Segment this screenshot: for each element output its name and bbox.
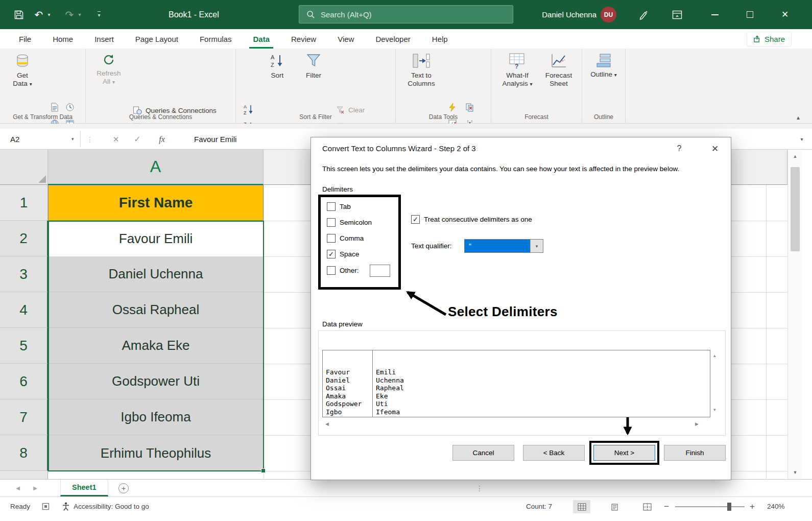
next-button[interactable]: Next > xyxy=(593,445,655,461)
formula-bar-drag-handle[interactable]: ⋮ xyxy=(86,129,94,150)
macro-record-icon[interactable] xyxy=(42,497,50,516)
flash-fill-icon[interactable] xyxy=(447,102,458,113)
scroll-up-icon[interactable]: ▲ xyxy=(788,150,802,163)
undo-menu-chevron-icon[interactable]: ▾ xyxy=(46,0,52,29)
zoom-slider-thumb[interactable] xyxy=(727,503,731,511)
undo-icon[interactable]: ↶ xyxy=(33,0,45,29)
dialog-help-icon[interactable]: ? xyxy=(672,141,687,156)
share-button[interactable]: Share xyxy=(747,32,792,46)
quick-access-toolbar-chevron-icon[interactable]: ▾ xyxy=(95,0,103,29)
normal-view-icon[interactable] xyxy=(573,500,590,513)
back-button[interactable]: < Back xyxy=(523,445,585,461)
collapse-ribbon-chevron-icon[interactable]: ▴ xyxy=(797,114,800,121)
tab-review[interactable]: Review xyxy=(280,29,327,49)
ribbon-display-options-icon[interactable] xyxy=(668,0,686,29)
row-header-4[interactable]: 4 xyxy=(0,292,48,328)
combobox-chevron-icon[interactable]: ▾ xyxy=(530,240,543,252)
outline-button[interactable]: Outline ▾ xyxy=(587,53,620,79)
cell-a3[interactable]: Daniel Uchenna xyxy=(48,256,264,292)
other-delimiter-input[interactable] xyxy=(370,265,390,277)
vertical-scrollbar[interactable]: ▲ ▼ xyxy=(787,150,802,479)
zoom-out-icon[interactable]: − xyxy=(664,497,669,516)
preview-scroll-left-icon[interactable]: ◀ xyxy=(325,421,329,427)
tab-help[interactable]: Help xyxy=(421,29,459,49)
sheet-nav-left-icon[interactable]: ◀ xyxy=(11,480,25,496)
save-icon[interactable] xyxy=(11,0,27,29)
close-button[interactable]: ✕ xyxy=(773,0,797,29)
enter-entry-icon[interactable]: ✓ xyxy=(130,129,145,150)
page-break-preview-icon[interactable] xyxy=(638,500,656,513)
cancel-entry-icon[interactable]: ✕ xyxy=(108,129,124,150)
recent-sources-icon[interactable] xyxy=(64,102,76,113)
checkbox-other[interactable]: Other: xyxy=(327,266,359,275)
row-header-8[interactable]: 8 xyxy=(0,435,48,471)
user-avatar[interactable]: DU xyxy=(601,7,616,22)
preview-scroll-up-icon[interactable]: ▴ xyxy=(713,353,716,358)
tab-data[interactable]: Data xyxy=(242,29,280,49)
sort-button[interactable]: AZ Sort xyxy=(262,53,292,80)
pen-inking-icon[interactable] xyxy=(634,0,653,29)
row-header-9-partial[interactable] xyxy=(0,471,48,479)
scroll-down-icon[interactable]: ▼ xyxy=(788,466,802,479)
search-box[interactable]: Search (Alt+Q) xyxy=(299,5,513,23)
user-name[interactable]: Daniel Uchenna xyxy=(522,0,596,29)
minimize-button[interactable] xyxy=(703,0,727,29)
checkbox-semicolon[interactable]: Semicolon xyxy=(327,218,372,227)
tab-scrollbar-splitter[interactable]: ⋮ xyxy=(476,480,483,496)
expand-formula-bar-chevron-icon[interactable]: ▾ xyxy=(796,129,808,150)
new-sheet-button[interactable]: + xyxy=(118,483,129,493)
page-layout-view-icon[interactable] xyxy=(606,500,623,513)
get-data-button[interactable]: Get Data ▾ xyxy=(4,53,41,88)
select-all-corner[interactable] xyxy=(0,150,48,185)
cell-a5[interactable]: Amaka Eke xyxy=(48,328,264,364)
tab-insert[interactable]: Insert xyxy=(84,29,125,49)
refresh-all-button[interactable]: Refresh All ▾ xyxy=(92,53,126,86)
text-to-columns-button[interactable]: Text to Columns xyxy=(402,53,441,88)
name-box-chevron-icon[interactable]: ▾ xyxy=(71,136,74,141)
checkbox-treat-consecutive[interactable]: ✓ Treat consecutive delimiters as one xyxy=(411,215,532,224)
vertical-scrollbar-thumb[interactable] xyxy=(791,167,800,251)
remove-duplicates-icon[interactable] xyxy=(464,102,475,113)
maximize-button[interactable] xyxy=(738,0,761,29)
zoom-in-icon[interactable]: + xyxy=(750,497,755,516)
tab-page-layout[interactable]: Page Layout xyxy=(125,29,189,49)
row-header-3[interactable]: 3 xyxy=(0,256,48,292)
insert-function-icon[interactable]: fx xyxy=(153,129,171,150)
accessibility-status[interactable]: Accessibility: Good to go xyxy=(62,497,149,516)
checkbox-comma[interactable]: Comma xyxy=(327,234,364,243)
cell-a8[interactable]: Erhimu Theophilus xyxy=(48,435,264,471)
column-header-a[interactable]: A xyxy=(48,150,264,185)
formula-bar-input[interactable]: Favour Emili xyxy=(194,129,236,150)
sheet-tab-sheet1[interactable]: Sheet1 xyxy=(60,480,108,496)
redo-icon[interactable]: ↷ xyxy=(63,0,76,29)
forecast-sheet-button[interactable]: Forecast Sheet xyxy=(540,53,577,88)
checkbox-tab[interactable]: Tab xyxy=(327,202,351,211)
row-header-6[interactable]: 6 xyxy=(0,364,48,399)
preview-scroll-right-icon[interactable]: ▶ xyxy=(695,421,699,427)
what-if-analysis-button[interactable]: ? What-If Analysis ▾ xyxy=(497,53,537,88)
cancel-button[interactable]: Cancel xyxy=(452,445,514,461)
from-text-csv-icon[interactable] xyxy=(49,102,60,113)
filter-button[interactable]: Filter xyxy=(299,53,328,80)
cell-a4[interactable]: Ossai Rapheal xyxy=(48,292,264,328)
checkbox-space[interactable]: ✓ Space xyxy=(327,250,359,258)
preview-scroll-down-icon[interactable]: ▾ xyxy=(713,407,716,412)
cell-a6[interactable]: Godspower Uti xyxy=(48,364,264,399)
zoom-slider-track[interactable] xyxy=(675,506,745,507)
row-header-2[interactable]: 2 xyxy=(0,221,48,256)
row-header-7[interactable]: 7 xyxy=(0,399,48,435)
tab-view[interactable]: View xyxy=(327,29,365,49)
tab-formulas[interactable]: Formulas xyxy=(189,29,243,49)
tab-home[interactable]: Home xyxy=(42,29,84,49)
finish-button[interactable]: Finish xyxy=(664,445,726,461)
text-qualifier-combobox[interactable]: " ▾ xyxy=(464,239,543,253)
tab-developer[interactable]: Developer xyxy=(365,29,421,49)
sheet-nav-right-icon[interactable]: ▶ xyxy=(29,480,42,496)
row-header-1[interactable]: 1 xyxy=(0,185,48,221)
cell-a7[interactable]: Igbo Ifeoma xyxy=(48,399,264,435)
dialog-close-icon[interactable]: ✕ xyxy=(707,141,723,156)
row-header-5[interactable]: 5 xyxy=(0,328,48,364)
cell-a1[interactable]: First Name xyxy=(48,185,264,221)
redo-menu-chevron-icon[interactable]: ▾ xyxy=(77,0,83,29)
cell-a2-active[interactable]: Favour Emili xyxy=(48,221,264,256)
